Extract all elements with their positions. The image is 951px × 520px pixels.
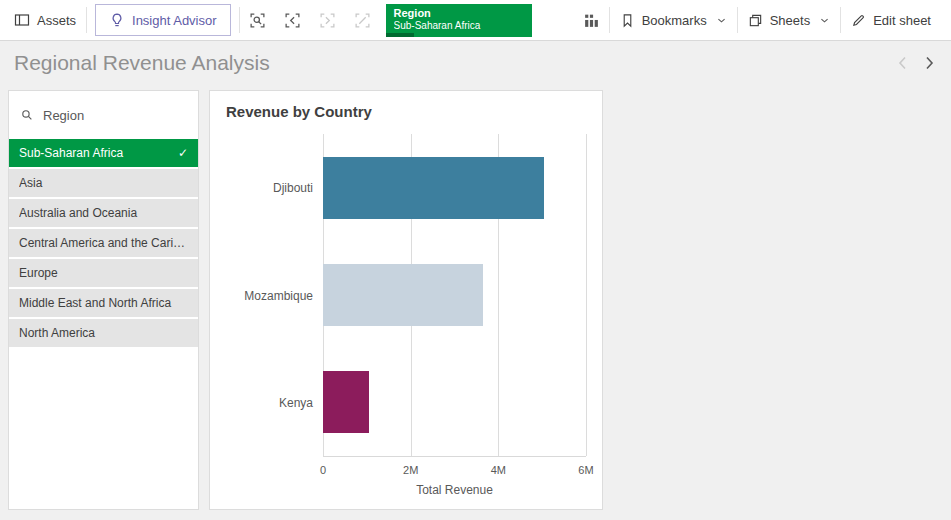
chart-revenue-by-country[interactable]: Revenue by Country Djibouti Mozambique K… xyxy=(209,90,603,510)
x-axis-tick: 4M xyxy=(491,464,506,476)
app-objects-button[interactable] xyxy=(574,3,609,38)
chart-bar[interactable] xyxy=(323,157,544,219)
gridline xyxy=(586,134,587,456)
sheets-icon xyxy=(748,13,763,28)
bar-chart-plot: Djibouti Mozambique Kenya xyxy=(226,134,586,501)
bookmarks-button[interactable]: Bookmarks xyxy=(610,0,737,40)
assets-label: Assets xyxy=(37,13,76,28)
clear-selections-button xyxy=(345,3,380,38)
toolbar-divider xyxy=(86,7,87,33)
x-axis-tick: 0 xyxy=(320,464,326,476)
sheets-label: Sheets xyxy=(770,13,810,28)
toolbar: Assets Insight Advisor Region Sub-Sahara… xyxy=(0,0,951,41)
filter-item[interactable]: Europe ✓ xyxy=(9,259,198,287)
bar-row xyxy=(323,134,586,241)
chart-bar[interactable] xyxy=(323,264,483,326)
checkmark-icon: ✓ xyxy=(178,146,188,160)
step-forward-icon xyxy=(319,12,336,29)
insight-advisor-label: Insight Advisor xyxy=(132,13,217,28)
sheets-button[interactable]: Sheets xyxy=(738,0,840,40)
filter-item[interactable]: Sub-Saharan Africa ✓ xyxy=(9,139,198,167)
x-axis: 0 2M 4M 6M xyxy=(323,457,586,483)
chart-bar[interactable] xyxy=(323,371,369,433)
sheet-content: Region Sub-Saharan Africa ✓ Asia ✓ Austr… xyxy=(0,84,951,520)
step-forward-selection-button xyxy=(310,3,345,38)
selection-progress-bar xyxy=(386,33,414,37)
filter-item[interactable]: Asia ✓ xyxy=(9,169,198,197)
sheet-title-bar: Regional Revenue Analysis xyxy=(0,41,951,84)
pencil-icon xyxy=(851,13,866,28)
x-axis-tick: 2M xyxy=(403,464,418,476)
bookmark-icon xyxy=(620,13,635,28)
filter-item[interactable]: North America ✓ xyxy=(9,319,198,347)
chart-title: Revenue by Country xyxy=(226,103,586,120)
search-icon xyxy=(20,108,34,122)
filter-list: Sub-Saharan Africa ✓ Asia ✓ Australia an… xyxy=(9,139,198,509)
assets-panel-icon xyxy=(14,12,30,28)
y-axis-label[interactable]: Djibouti xyxy=(226,134,323,242)
previous-sheet-chevron-icon xyxy=(895,55,911,71)
step-back-selection-button[interactable] xyxy=(275,3,310,38)
insight-advisor-button[interactable]: Insight Advisor xyxy=(95,4,231,36)
sheet-title: Regional Revenue Analysis xyxy=(14,51,895,75)
bar-row xyxy=(323,241,586,348)
y-axis-label[interactable]: Mozambique xyxy=(226,242,323,350)
filter-item[interactable]: Central America and the Caribbean ✓ xyxy=(9,229,198,257)
step-back-icon xyxy=(284,12,301,29)
bookmarks-label: Bookmarks xyxy=(642,13,707,28)
plot-area xyxy=(323,134,586,457)
y-axis-label[interactable]: Kenya xyxy=(226,349,323,457)
next-sheet-chevron-icon[interactable] xyxy=(921,55,937,71)
chevron-down-icon xyxy=(716,15,727,26)
filter-pane-header[interactable]: Region xyxy=(9,91,198,139)
filter-item[interactable]: Middle East and North Africa ✓ xyxy=(9,289,198,317)
clear-selections-icon xyxy=(354,12,371,29)
chevron-down-icon xyxy=(819,15,830,26)
selection-field: Region xyxy=(394,7,524,20)
selection-chip-region[interactable]: Region Sub-Saharan Africa xyxy=(386,4,532,37)
sheet-navigation xyxy=(895,55,937,71)
filter-pane-title: Region xyxy=(43,108,84,123)
edit-sheet-button[interactable]: Edit sheet xyxy=(841,0,941,40)
y-axis-labels: Djibouti Mozambique Kenya xyxy=(226,134,323,457)
bars xyxy=(323,134,586,456)
assets-button[interactable]: Assets xyxy=(4,0,86,40)
x-axis-title: Total Revenue xyxy=(323,483,586,501)
selection-value: Sub-Saharan Africa xyxy=(394,20,524,32)
grid-icon xyxy=(583,12,600,29)
filter-item[interactable]: Australia and Oceania ✓ xyxy=(9,199,198,227)
x-axis-tick: 6M xyxy=(578,464,593,476)
smart-search-icon xyxy=(249,12,266,29)
insight-advisor-icon xyxy=(109,12,125,28)
bar-row xyxy=(323,349,586,456)
filter-pane-region: Region Sub-Saharan Africa ✓ Asia ✓ Austr… xyxy=(8,90,199,510)
smart-search-button[interactable] xyxy=(240,3,275,38)
edit-sheet-label: Edit sheet xyxy=(873,13,931,28)
